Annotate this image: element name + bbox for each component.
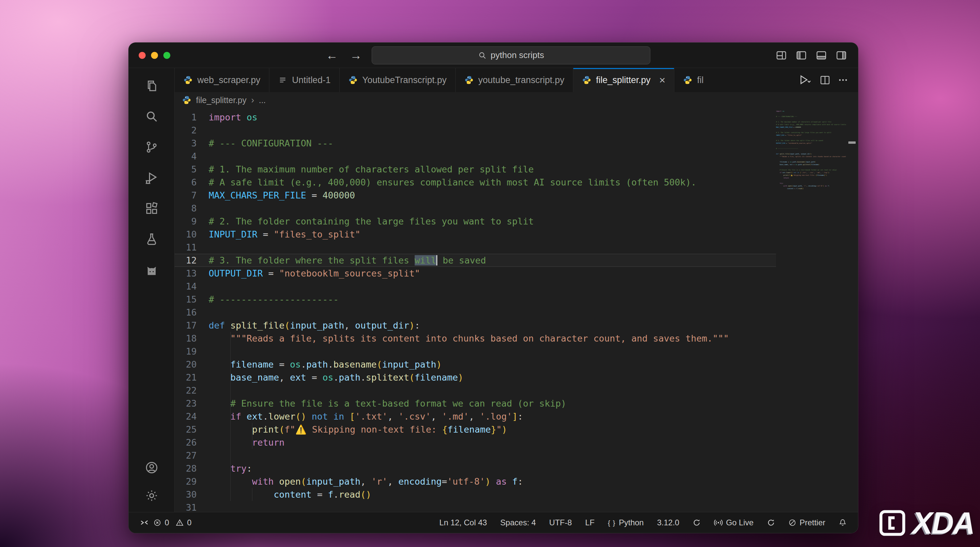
code-line-31[interactable]: 31 <box>175 501 776 512</box>
code-line-11[interactable]: 11 <box>175 241 776 254</box>
minimap[interactable]: import os# --- CONFIGURATION ---# 1. The… <box>776 108 846 512</box>
code-line-18[interactable]: 18 """Reads a file, splits its content i… <box>175 332 776 345</box>
back-arrow-icon[interactable]: ← <box>326 49 338 61</box>
toggle-panel-icon[interactable] <box>816 50 827 61</box>
code-line-16[interactable]: 16 <box>175 306 776 319</box>
code-line-20[interactable]: 20 filename = os.path.basename(input_pat… <box>175 358 776 371</box>
lf-status-item[interactable]: LF <box>585 518 595 527</box>
minimap-line: # Ensure the file is a text-based format… <box>776 169 846 171</box>
sync-status-item[interactable] <box>767 519 775 527</box>
code-line-26[interactable]: 26 return <box>175 436 776 449</box>
testing-icon[interactable] <box>144 231 159 247</box>
line-number: 25 <box>175 423 197 436</box>
breadcrumb-file[interactable]: file_splitter.py <box>196 96 247 105</box>
code-line-14[interactable]: 14 <box>175 280 776 293</box>
tab-YoutubeTranscript.py[interactable]: YoutubeTranscript.py <box>340 68 456 92</box>
status-label: Python <box>619 518 644 527</box>
tab-file_splitter.py[interactable]: file_splitter.py × <box>573 68 675 92</box>
toggle-secondary-sidebar-icon[interactable] <box>836 50 847 61</box>
bell-status-item[interactable] <box>838 519 847 527</box>
minimize-window-button[interactable] <box>151 52 158 59</box>
code-line-4[interactable]: 4 <box>175 150 776 163</box>
extensions-icon[interactable] <box>144 201 159 216</box>
search-icon[interactable] <box>144 109 159 124</box>
code-line-1[interactable]: 1 import os <box>175 111 776 124</box>
utf-8-status-item[interactable]: UTF-8 <box>549 518 572 527</box>
settings-icon[interactable] <box>144 488 159 503</box>
forward-arrow-icon[interactable]: → <box>350 49 362 61</box>
explorer-icon[interactable] <box>144 78 159 93</box>
close-tab-icon[interactable]: × <box>659 75 666 85</box>
bell-icon <box>838 519 847 527</box>
more-icon[interactable] <box>838 75 848 85</box>
search-value: python scripts <box>491 50 544 61</box>
code-area[interactable]: 1 import os 2 3 # --- CONFIGURATION --- … <box>175 108 776 512</box>
code-line-2[interactable]: 2 <box>175 124 776 137</box>
code-line-21[interactable]: 21 base_name, ext = os.path.splitext(fil… <box>175 371 776 384</box>
code-line-25[interactable]: 25 print(f"⚠️ Skipping non-text file: {f… <box>175 423 776 436</box>
close-window-button[interactable] <box>138 52 146 59</box>
pets-icon[interactable] <box>144 262 159 277</box>
account-icon[interactable] <box>144 460 159 475</box>
tab-fil[interactable]: fil <box>675 68 718 92</box>
code-line-30[interactable]: 30 content = f.read() <box>175 488 776 501</box>
status-label: LF <box>585 518 595 527</box>
customize-layout-icon[interactable] <box>776 50 787 61</box>
code-line-6[interactable]: 6 # A safe limit (e.g., 400,000) ensures… <box>175 176 776 189</box>
zoom-window-button[interactable] <box>163 52 170 59</box>
code-line-15[interactable]: 15 # ---------------------- <box>175 293 776 306</box>
split-editor-icon[interactable] <box>820 75 830 85</box>
go-live-status-item[interactable]: Go Live <box>714 518 754 527</box>
run-debug-icon[interactable] <box>144 170 159 185</box>
line-number: 10 <box>175 228 197 241</box>
code-line-17[interactable]: 17 def split_file(input_path, output_dir… <box>175 319 776 332</box>
python-status-item[interactable]: { } Python <box>608 518 644 527</box>
spaces-4-status-item[interactable]: Spaces: 4 <box>500 518 536 527</box>
tab-youtube_transcript.py[interactable]: youtube_transcript.py <box>456 68 573 92</box>
code-line-19[interactable]: 19 <box>175 345 776 358</box>
minimap-line <box>776 145 846 147</box>
prettier-status-item[interactable]: Prettier <box>788 518 825 527</box>
scroll-marker[interactable] <box>848 142 856 144</box>
code-line-22[interactable]: 22 <box>175 384 776 397</box>
code-line-9[interactable]: 9 # 2. The folder containing the large f… <box>175 215 776 228</box>
tab-label: youtube_transcript.py <box>478 75 564 85</box>
source-control-icon[interactable] <box>144 139 159 155</box>
indent-guide <box>252 488 252 501</box>
code-line-5[interactable]: 5 # 1. The maximum number of characters … <box>175 163 776 176</box>
code-line-24[interactable]: 24 if ext.lower() not in ['.txt', '.csv'… <box>175 410 776 423</box>
errors-indicator[interactable]: 0 0 <box>153 518 195 527</box>
toggle-primary-sidebar-icon[interactable] <box>796 50 807 61</box>
minimap-line: try: <box>776 182 846 185</box>
overview-ruler[interactable] <box>846 108 858 512</box>
search-icon <box>478 51 487 60</box>
code-line-10[interactable]: 10 INPUT_DIR = "files_to_split" <box>175 228 776 241</box>
editor-actions <box>789 68 858 92</box>
line-number: 13 <box>175 267 197 280</box>
code-line-content: import os <box>208 111 776 124</box>
3-12-0-status-item[interactable]: 3.12.0 <box>657 518 679 527</box>
tab-label: YoutubeTranscript.py <box>362 75 447 85</box>
run-icon[interactable] <box>799 74 812 86</box>
code-line-8[interactable]: 8 <box>175 202 776 215</box>
code-line-12[interactable]: 12 # 3. The folder where the split files… <box>175 254 776 267</box>
code-line-3[interactable]: 3 # --- CONFIGURATION --- <box>175 137 776 150</box>
ln-12-col-43-status-item[interactable]: Ln 12, Col 43 <box>439 518 487 527</box>
line-number: 29 <box>175 475 197 488</box>
command-center-search[interactable]: python scripts <box>372 46 650 64</box>
tab-Untitled-1[interactable]: Untitled-1 <box>269 68 340 92</box>
activity-bar <box>129 68 175 512</box>
code-line-7[interactable]: 7 MAX_CHARS_PER_FILE = 400000 <box>175 189 776 202</box>
breadcrumb-ellipsis[interactable]: ... <box>259 96 266 105</box>
remote-indicator-icon[interactable] <box>140 518 149 527</box>
error-icon <box>153 519 161 527</box>
code-line-28[interactable]: 28 try: <box>175 462 776 475</box>
tab-web_scraper.py[interactable]: web_scraper.py <box>175 68 269 92</box>
code-line-27[interactable]: 27 <box>175 449 776 462</box>
sync-status-item[interactable] <box>693 519 701 527</box>
code-line-23[interactable]: 23 # Ensure the file is a text-based for… <box>175 397 776 410</box>
code-line-13[interactable]: 13 OUTPUT_DIR = "notebooklm_sources_spli… <box>175 267 776 280</box>
minimap-line <box>776 150 846 153</box>
warning-count: 0 <box>187 518 191 527</box>
code-line-29[interactable]: 29 with open(input_path, 'r', encoding='… <box>175 475 776 488</box>
